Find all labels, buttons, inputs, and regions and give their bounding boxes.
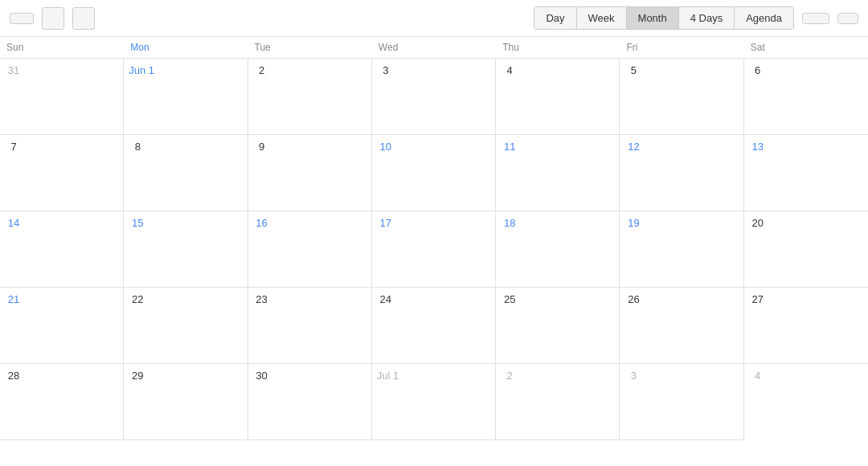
day-number[interactable]: 2 bbox=[501, 367, 518, 385]
prev-button[interactable] bbox=[42, 7, 64, 30]
day-number[interactable]: 30 bbox=[253, 367, 271, 385]
day-number[interactable]: 23 bbox=[253, 291, 271, 309]
day-number[interactable]: 22 bbox=[129, 291, 146, 309]
cal-cell[interactable]: 9 bbox=[248, 135, 372, 211]
next-button[interactable] bbox=[72, 7, 95, 30]
cal-cell[interactable]: 11 bbox=[496, 135, 620, 211]
day-number[interactable]: 14 bbox=[5, 215, 23, 232]
cal-cell[interactable]: 6 bbox=[744, 59, 868, 135]
settings-button[interactable] bbox=[837, 13, 858, 24]
cal-cell[interactable]: 12 bbox=[620, 135, 743, 211]
day-number[interactable]: 13 bbox=[749, 138, 767, 156]
day-number[interactable]: 9 bbox=[253, 138, 271, 156]
cal-cell[interactable]: 14 bbox=[0, 211, 124, 288]
day-number[interactable]: 7 bbox=[5, 138, 23, 156]
cal-cell[interactable]: 30 bbox=[248, 364, 372, 440]
cal-cell[interactable]: 10 bbox=[372, 135, 496, 211]
cal-cell[interactable]: 8 bbox=[124, 135, 248, 211]
day-number[interactable]: 18 bbox=[501, 215, 518, 232]
day-number[interactable]: Jul 1 bbox=[377, 367, 399, 385]
day-number[interactable]: 21 bbox=[5, 291, 23, 309]
day-header-sat: Sat bbox=[744, 37, 868, 58]
day-number[interactable]: 6 bbox=[749, 62, 767, 80]
day-number[interactable]: 16 bbox=[253, 215, 271, 232]
day-headers: SunMonTueWedThuFriSat bbox=[0, 37, 868, 59]
day-number[interactable]: 4 bbox=[749, 367, 767, 385]
cal-cell[interactable]: 29 bbox=[124, 364, 248, 440]
day-header-thu: Thu bbox=[496, 37, 620, 58]
cal-cell[interactable]: 16 bbox=[248, 211, 372, 288]
calendar-grid: 31Jun 1234567891011121314151617181920212… bbox=[0, 59, 868, 440]
cal-cell[interactable]: 18 bbox=[496, 211, 620, 288]
view-buttons: Day Week Month 4 Days Agenda bbox=[534, 6, 794, 30]
day-number[interactable]: 10 bbox=[377, 138, 395, 156]
view-day[interactable]: Day bbox=[534, 7, 576, 29]
day-number[interactable]: 27 bbox=[749, 291, 767, 309]
cal-cell[interactable]: 31 bbox=[0, 59, 124, 135]
day-number[interactable]: 11 bbox=[501, 138, 518, 156]
view-agenda[interactable]: Agenda bbox=[735, 7, 793, 29]
day-number[interactable]: 25 bbox=[501, 291, 518, 309]
day-number[interactable]: 17 bbox=[377, 215, 395, 232]
day-number[interactable]: 24 bbox=[377, 291, 395, 309]
day-number[interactable]: 3 bbox=[377, 62, 395, 80]
cal-cell[interactable]: 13 bbox=[744, 135, 868, 211]
day-number[interactable]: 19 bbox=[624, 215, 642, 232]
day-number[interactable]: 29 bbox=[129, 367, 146, 385]
cal-cell[interactable]: 4 bbox=[496, 59, 620, 135]
today-button[interactable] bbox=[10, 13, 34, 24]
cal-cell[interactable]: 26 bbox=[620, 288, 743, 364]
day-number[interactable]: Jun 1 bbox=[129, 62, 154, 80]
view-4days[interactable]: 4 Days bbox=[679, 7, 735, 29]
cal-cell[interactable]: 5 bbox=[620, 59, 743, 135]
calendar: SunMonTueWedThuFriSat 31Jun 123456789101… bbox=[0, 37, 868, 440]
view-month[interactable]: Month bbox=[627, 7, 679, 29]
day-header-fri: Fri bbox=[620, 37, 743, 58]
day-number[interactable]: 2 bbox=[253, 62, 271, 80]
cal-cell[interactable]: 20 bbox=[744, 211, 868, 288]
day-header-mon: Mon bbox=[124, 37, 248, 58]
cal-cell[interactable]: 2 bbox=[496, 364, 620, 440]
cal-cell[interactable]: 23 bbox=[248, 288, 372, 364]
cal-cell[interactable]: 2 bbox=[248, 59, 372, 135]
day-header-tue: Tue bbox=[248, 37, 372, 58]
day-number[interactable]: 15 bbox=[129, 215, 146, 232]
day-number[interactable]: 8 bbox=[129, 138, 146, 156]
day-header-sun: Sun bbox=[0, 37, 124, 58]
cal-cell[interactable]: Jun 1 bbox=[124, 59, 248, 135]
cal-cell[interactable]: 27 bbox=[744, 288, 868, 364]
cal-cell[interactable]: 17 bbox=[372, 211, 496, 288]
day-header-wed: Wed bbox=[372, 37, 496, 58]
cal-cell[interactable]: Jul 1 bbox=[372, 364, 496, 440]
day-number[interactable]: 26 bbox=[624, 291, 642, 309]
cal-cell[interactable]: 4 bbox=[744, 364, 868, 440]
cal-cell[interactable]: 19 bbox=[620, 211, 743, 288]
cal-cell[interactable]: 7 bbox=[0, 135, 124, 211]
day-number[interactable]: 3 bbox=[624, 367, 642, 385]
day-number[interactable]: 4 bbox=[501, 62, 518, 80]
view-week[interactable]: Week bbox=[577, 7, 627, 29]
cal-cell[interactable]: 25 bbox=[496, 288, 620, 364]
day-number[interactable]: 5 bbox=[624, 62, 642, 80]
cal-cell[interactable]: 24 bbox=[372, 288, 496, 364]
day-number[interactable]: 28 bbox=[5, 367, 23, 385]
cal-cell[interactable]: 3 bbox=[372, 59, 496, 135]
cal-cell[interactable]: 28 bbox=[0, 364, 124, 440]
day-number[interactable]: 20 bbox=[749, 215, 767, 232]
cal-cell[interactable]: 21 bbox=[0, 288, 124, 364]
cal-cell[interactable]: 3 bbox=[620, 364, 743, 440]
cal-cell[interactable]: 15 bbox=[124, 211, 248, 288]
day-number[interactable]: 31 bbox=[5, 62, 23, 80]
more-button[interactable] bbox=[802, 13, 829, 24]
cal-cell[interactable]: 22 bbox=[124, 288, 248, 364]
day-number[interactable]: 12 bbox=[624, 138, 642, 156]
